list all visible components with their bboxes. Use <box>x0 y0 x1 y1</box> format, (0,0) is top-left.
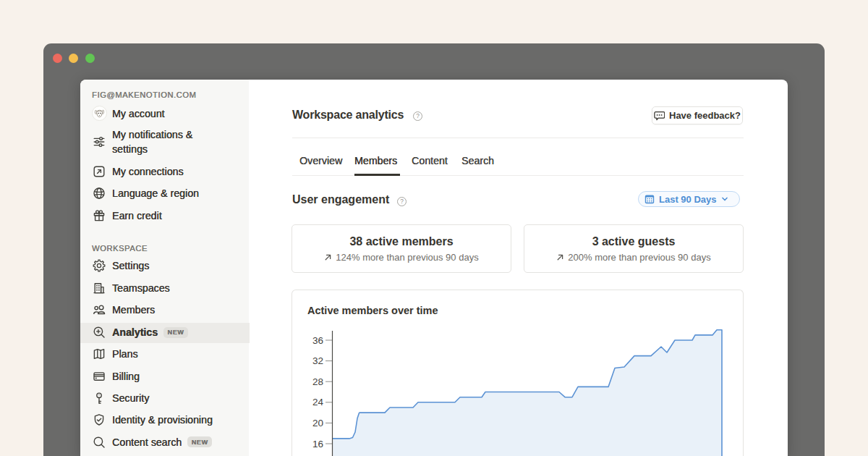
svg-text:20: 20 <box>312 417 323 428</box>
svg-text:24: 24 <box>312 397 324 408</box>
svg-text:32: 32 <box>312 355 323 366</box>
svg-text:28: 28 <box>312 376 323 387</box>
svg-text:16: 16 <box>312 438 323 449</box>
svg-text:?: ? <box>416 112 420 119</box>
svg-text:36: 36 <box>312 334 323 345</box>
svg-text:?: ? <box>400 198 404 205</box>
